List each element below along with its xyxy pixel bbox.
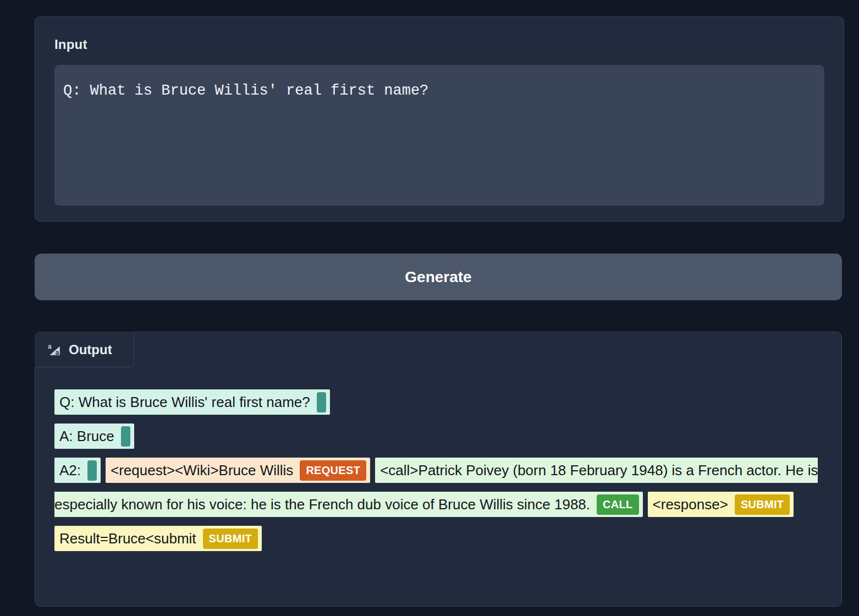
segment-label-chip: SUBMIT (735, 494, 790, 515)
generate-button[interactable]: Generate (35, 254, 842, 300)
segment-label-chip (121, 426, 130, 447)
segment-label-chip (317, 392, 326, 413)
output-segment-request: <request><Wiki>Bruce WillisREQUEST (106, 458, 370, 483)
segment-label-chip: CALL (597, 494, 639, 515)
output-segment-answer: A: Bruce (54, 424, 134, 449)
input-panel-label: Input (54, 37, 87, 52)
output-segment-answer: A2: (54, 458, 101, 483)
input-panel: Input Q: What is Bruce Willis' real firs… (35, 16, 844, 222)
input-textarea[interactable]: Q: What is Bruce Willis' real first name… (54, 65, 824, 206)
output-segment-submit: <response>SUBMIT (648, 492, 794, 517)
highlight-text-icon: a a (47, 343, 62, 357)
svg-text:a: a (56, 349, 59, 356)
output-panel: a a Output Q: What is Bruce Willis' real… (35, 332, 842, 607)
output-segment-submit: Result=Bruce<submitSUBMIT (54, 526, 262, 551)
highlighted-text: Q: What is Bruce Willis' real first name… (54, 385, 824, 556)
segment-label-chip (87, 460, 97, 481)
svg-text:a: a (48, 343, 52, 350)
segment-label-chip: REQUEST (300, 460, 366, 481)
output-tab: a a Output (35, 332, 134, 367)
segment-label-chip: SUBMIT (203, 529, 258, 549)
output-segment-answer: Q: What is Bruce Willis' real first name… (54, 389, 330, 415)
output-tab-label: Output (69, 342, 112, 358)
